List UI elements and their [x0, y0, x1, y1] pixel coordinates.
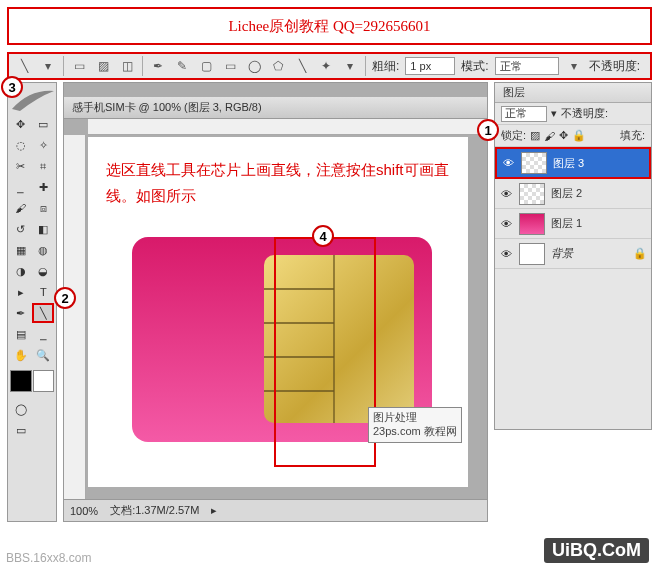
quickmask-icon[interactable]: ◯: [10, 399, 32, 419]
pen-tool[interactable]: ✒: [10, 303, 31, 323]
layer-empty-area: [495, 269, 651, 429]
layer-name[interactable]: 背景: [551, 246, 573, 261]
move-tool[interactable]: ✥: [10, 114, 32, 134]
fill-label: 填充:: [620, 128, 645, 143]
blend-mode-select[interactable]: 正常: [501, 106, 547, 122]
header-text: Lichee原创教程 QQ=292656601: [228, 17, 430, 36]
line-tool-icon[interactable]: ╲: [15, 57, 33, 75]
ellipse-icon[interactable]: ◯: [245, 57, 263, 75]
header-banner: Lichee原创教程 QQ=292656601: [7, 7, 652, 45]
lock-all-icon[interactable]: 🔒: [572, 129, 586, 142]
lock-label: 锁定:: [501, 128, 526, 143]
filesize-value: 文档:1.37M/2.57M: [110, 503, 199, 518]
layer-item[interactable]: 👁 图层 2: [495, 179, 651, 209]
mode-label: 模式:: [461, 58, 488, 75]
instruction-text: 选区直线工具在芯片上画直线，注意按住shift可画直线。如图所示: [106, 157, 456, 208]
eraser-tool[interactable]: ◧: [33, 219, 55, 239]
layer-thumbnail[interactable]: [519, 243, 545, 265]
dodge-tool[interactable]: ◑: [10, 261, 32, 281]
watermark-line2: 23ps.com 教程网: [373, 424, 457, 438]
corner-watermark: BBS.16xx8.com: [6, 551, 91, 565]
opacity-label: 不透明度:: [589, 58, 640, 75]
layer-name[interactable]: 图层 1: [551, 216, 582, 231]
lock-position-icon[interactable]: ✥: [559, 129, 568, 142]
layers-panel: 图层 正常 ▾ 不透明度: 锁定: ▨ 🖌 ✥ 🔒 填充: 1 👁 图层 3: [494, 82, 652, 430]
canvas[interactable]: 选区直线工具在芯片上画直线，注意按住shift可画直线。如图所示 4: [88, 137, 468, 487]
panel-area: 图层 正常 ▾ 不透明度: 锁定: ▨ 🖌 ✥ 🔒 填充: 1 👁 图层 3: [494, 82, 652, 522]
crop-tool[interactable]: ✂: [10, 156, 32, 176]
thickness-input[interactable]: 1 px: [405, 57, 455, 75]
stamp-tool[interactable]: ⧇: [33, 198, 55, 218]
rectangle-icon[interactable]: ▢: [197, 57, 215, 75]
layer-thumbnail[interactable]: [519, 183, 545, 205]
toolbox: ✥▭ ◌✧ ✂⌗ ⎯✚ 🖌⧇ ↺◧ ▦◍ ◑◒ ▸T ✒╲ ▤⎯ ✋🔍 ◯ ▭ …: [7, 82, 57, 522]
lock-transparency-icon[interactable]: ▨: [530, 129, 540, 142]
layer-name[interactable]: 图层 3: [553, 156, 584, 171]
pen-icon[interactable]: ✒: [149, 57, 167, 75]
status-bar: 100% 文档:1.37M/2.57M ▸: [64, 499, 487, 521]
mode-select[interactable]: 正常: [495, 57, 559, 75]
shape-layers-icon[interactable]: ▭: [70, 57, 88, 75]
path-select-tool[interactable]: ▸: [10, 282, 32, 302]
selection-marquee: [274, 237, 376, 467]
layer-item[interactable]: 👁 图层 3: [495, 147, 651, 179]
watermark-line1: 图片处理: [373, 410, 457, 424]
visibility-icon[interactable]: 👁: [499, 217, 513, 231]
layers-tab[interactable]: 图层: [495, 83, 651, 103]
layer-item[interactable]: 👁 背景 🔒: [495, 239, 651, 269]
site-logo: UiBQ.CoM: [544, 538, 649, 563]
dropdown-icon[interactable]: ▾: [565, 57, 583, 75]
dropdown-icon[interactable]: ▾: [341, 57, 359, 75]
visibility-icon[interactable]: 👁: [501, 156, 515, 170]
sponge-tool[interactable]: ◒: [33, 261, 55, 281]
callout-3: 3: [1, 76, 23, 98]
wand-tool[interactable]: ✧: [33, 135, 55, 155]
status-arrow-icon[interactable]: ▸: [211, 504, 217, 517]
hand-tool[interactable]: ✋: [10, 345, 32, 365]
freeform-pen-icon[interactable]: ✎: [173, 57, 191, 75]
layer-list: 👁 图层 3 👁 图层 2 👁 图层 1 👁 背景: [495, 147, 651, 269]
layer-name[interactable]: 图层 2: [551, 186, 582, 201]
history-brush-tool[interactable]: ↺: [10, 219, 32, 239]
slice-tool[interactable]: ⌗: [33, 156, 55, 176]
lock-pixels-icon[interactable]: 🖌: [544, 130, 555, 142]
zoom-value[interactable]: 100%: [70, 505, 98, 517]
custom-shape-icon[interactable]: ✦: [317, 57, 335, 75]
thickness-label: 粗细:: [372, 58, 399, 75]
line-icon[interactable]: ╲: [293, 57, 311, 75]
screenmode-icon[interactable]: ▭: [10, 420, 32, 440]
healing-tool[interactable]: ✚: [33, 177, 55, 197]
lock-icon: 🔒: [633, 247, 647, 260]
visibility-icon[interactable]: 👁: [499, 247, 513, 261]
options-bar: ╲ ▾ ▭ ▨ ◫ ✒ ✎ ▢ ▭ ◯ ⬠ ╲ ✦ ▾ 粗细: 1 px 模式:…: [7, 52, 652, 80]
line-tool[interactable]: ╲: [32, 303, 54, 323]
layer-thumbnail[interactable]: [519, 213, 545, 235]
foreground-color[interactable]: [10, 370, 32, 392]
notes-tool[interactable]: ▤: [10, 324, 32, 344]
polygon-icon[interactable]: ⬠: [269, 57, 287, 75]
document-title-bar: 感手机SIM卡 @ 100% (图层 3, RGB/8): [64, 97, 487, 119]
type-tool[interactable]: T: [33, 282, 55, 302]
lasso-tool[interactable]: ◌: [10, 135, 32, 155]
paths-icon[interactable]: ▨: [94, 57, 112, 75]
gradient-tool[interactable]: ▦: [10, 240, 32, 260]
ruler-top[interactable]: [88, 119, 487, 135]
ruler-left[interactable]: [64, 135, 86, 499]
blur-tool[interactable]: ◍: [33, 240, 55, 260]
eyedropper-tool[interactable]: ⎯: [10, 177, 32, 197]
rounded-rect-icon[interactable]: ▭: [221, 57, 239, 75]
callout-4: 4: [312, 225, 334, 247]
dropdown-icon[interactable]: ▾: [551, 107, 557, 120]
dropdown-icon[interactable]: ▾: [39, 57, 57, 75]
zoom-tool[interactable]: 🔍: [33, 345, 55, 365]
layer-thumbnail[interactable]: [521, 152, 547, 174]
background-color[interactable]: [33, 370, 55, 392]
visibility-icon[interactable]: 👁: [499, 187, 513, 201]
watermark-box: 图片处理 23ps.com 教程网: [368, 407, 462, 443]
marquee-tool[interactable]: ▭: [33, 114, 55, 134]
eyedropper2-tool[interactable]: ⎯: [33, 324, 55, 344]
layer-item[interactable]: 👁 图层 1: [495, 209, 651, 239]
fill-pixels-icon[interactable]: ◫: [118, 57, 136, 75]
document-title: 感手机SIM卡 @ 100% (图层 3, RGB/8): [72, 100, 262, 115]
brush-tool[interactable]: 🖌: [10, 198, 32, 218]
